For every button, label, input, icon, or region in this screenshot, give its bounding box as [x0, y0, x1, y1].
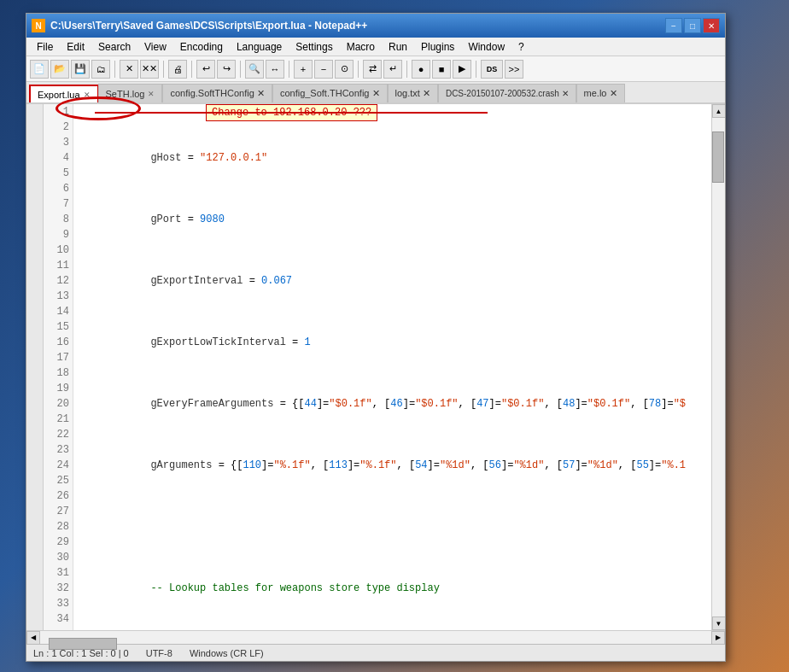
- close-button[interactable]: ✕: [120, 60, 138, 79]
- menu-view[interactable]: View: [137, 39, 173, 55]
- line-num-29: 29: [44, 535, 73, 550]
- menu-plugins[interactable]: Plugins: [414, 39, 461, 55]
- app-icon: N: [32, 19, 45, 32]
- code-line-6: gArguments = {[110]="%.1f", [113]="%.1f"…: [77, 458, 708, 473]
- macro-play-button[interactable]: ▶: [453, 60, 471, 79]
- save-button[interactable]: 💾: [71, 60, 90, 79]
- line-num-31: 31: [44, 565, 73, 581]
- tab-label-export: Export.lua: [38, 90, 80, 100]
- line-num-27: 27: [44, 504, 73, 519]
- undo-button[interactable]: ↩: [196, 60, 215, 79]
- zoom-reset-button[interactable]: ⊙: [335, 60, 354, 79]
- tab-crash[interactable]: DCS-20150107-200532.crash ✕: [438, 84, 576, 102]
- line-num-23: 23: [44, 442, 73, 458]
- print-button[interactable]: 🖨: [168, 60, 187, 79]
- h-scroll-thumb[interactable]: [49, 638, 117, 650]
- line-num-10: 10: [44, 243, 73, 258]
- maximize-button[interactable]: □: [684, 18, 701, 33]
- find-replace-button[interactable]: ↔: [266, 60, 284, 79]
- vertical-scrollbar[interactable]: ▲ ▼: [711, 104, 725, 630]
- menu-search[interactable]: Search: [91, 39, 137, 55]
- menu-run[interactable]: Run: [382, 39, 414, 55]
- save-all-button[interactable]: 🗂: [91, 60, 110, 79]
- macro-record-button[interactable]: ●: [412, 60, 430, 79]
- redo-button[interactable]: ↪: [217, 60, 236, 79]
- open-button[interactable]: 📂: [50, 60, 69, 79]
- tab-label-seth: SeTH.log: [106, 89, 145, 99]
- toolbar-sep-7: [406, 61, 407, 78]
- toolbar-sep-1: [114, 61, 115, 78]
- line-num-15: 15: [44, 319, 73, 335]
- line-num-11: 11: [44, 258, 73, 273]
- scroll-left-button[interactable]: ◀: [26, 631, 40, 645]
- code-line-5: gEveryFrameArguments = {[44]="$0.1f", [4…: [77, 396, 708, 412]
- menu-edit[interactable]: Edit: [60, 39, 91, 55]
- close-button[interactable]: ✕: [703, 18, 720, 33]
- extend-button[interactable]: >>: [505, 60, 523, 79]
- menu-help[interactable]: ?: [511, 39, 531, 55]
- line-num-7: 7: [44, 196, 73, 212]
- code-line-1: gHost = "127.0.0.1": [77, 150, 708, 166]
- line-num-22: 22: [44, 427, 73, 442]
- word-wrap-button[interactable]: ↵: [383, 60, 402, 79]
- menu-bar: File Edit Search View Encoding Language …: [26, 38, 725, 56]
- scroll-thumb[interactable]: [712, 131, 724, 183]
- scroll-track[interactable]: [712, 118, 725, 616]
- main-window: N C:\Users\Terry\Saved Games\DCS\Scripts…: [26, 13, 726, 662]
- scroll-right-button[interactable]: ▶: [711, 631, 725, 645]
- find-button[interactable]: 🔍: [245, 60, 264, 79]
- tab-close-seth[interactable]: ✕: [148, 90, 155, 98]
- line-num-6: 6: [44, 181, 73, 196]
- line-num-18: 18: [44, 365, 73, 381]
- title-buttons: − □ ✕: [665, 18, 720, 33]
- tab-export-lua[interactable]: Export.lua ✕: [30, 85, 98, 104]
- scroll-down-button[interactable]: ▼: [712, 616, 726, 630]
- minimize-button[interactable]: −: [665, 18, 682, 33]
- ds-button[interactable]: DS: [481, 60, 503, 79]
- sync-button[interactable]: ⇄: [363, 60, 382, 79]
- toolbar-sep-3: [191, 61, 192, 78]
- code-line-4: gExportLowTickInterval = 1: [77, 335, 708, 350]
- code-content[interactable]: gHost = "127.0.0.1" gPort = 9080 gExport…: [73, 104, 711, 630]
- line-num-13: 13: [44, 289, 73, 304]
- line-num-19: 19: [44, 381, 73, 396]
- tab-log[interactable]: log.txt ✕: [388, 84, 438, 102]
- line-num-33: 33: [44, 596, 73, 611]
- line-num-28: 28: [44, 519, 73, 535]
- scroll-up-button[interactable]: ▲: [712, 104, 726, 118]
- macro-stop-button[interactable]: ■: [432, 60, 451, 79]
- tab-label-crash: DCS-20150107-200532.crash ✕: [446, 89, 569, 98]
- line-num-14: 14: [44, 304, 73, 319]
- title-bar: N C:\Users\Terry\Saved Games\DCS\Scripts…: [26, 14, 725, 38]
- tab-config1[interactable]: config.SoftTHConfig ✕: [162, 84, 272, 102]
- content-area: 1 2 3 4 5 6 7 8 9 10 11 12 13 14 15 16 1…: [26, 104, 725, 630]
- tab-label-config1: config.SoftTHConfig ✕: [170, 88, 265, 99]
- new-button[interactable]: 📄: [30, 60, 49, 79]
- menu-settings[interactable]: Settings: [289, 39, 339, 55]
- toolbar-sep-4: [240, 61, 241, 78]
- line-num-3: 3: [44, 135, 73, 150]
- tab-seth-log[interactable]: SeTH.log ✕: [98, 84, 163, 102]
- menu-file[interactable]: File: [30, 39, 60, 55]
- red-underline-annotation: [95, 112, 488, 114]
- line-num-30: 30: [44, 550, 73, 565]
- tab-melo[interactable]: me.lo ✕: [576, 84, 625, 102]
- line-num-24: 24: [44, 458, 73, 473]
- horizontal-scrollbar[interactable]: ◀ ▶: [26, 630, 725, 644]
- tab-close-export[interactable]: ✕: [84, 91, 91, 99]
- line-num-34: 34: [44, 611, 73, 627]
- status-line-ending: Windows (CR LF): [190, 648, 264, 658]
- line-num-5: 5: [44, 166, 73, 181]
- code-gHost: gHost: [150, 150, 181, 166]
- line-num-12: 12: [44, 273, 73, 289]
- close-all-button[interactable]: ✕✕: [140, 60, 159, 79]
- menu-window[interactable]: Window: [461, 39, 511, 55]
- zoom-out-button[interactable]: −: [314, 60, 333, 79]
- code-display[interactable]: Change to 192.168.0.20 ??? gHost = "127.…: [73, 104, 711, 630]
- zoom-in-button[interactable]: +: [294, 60, 313, 79]
- menu-encoding[interactable]: Encoding: [173, 39, 230, 55]
- tab-config2[interactable]: config_Soft.THConfig ✕: [272, 84, 388, 102]
- menu-language[interactable]: Language: [230, 39, 289, 55]
- menu-macro[interactable]: Macro: [340, 39, 382, 55]
- code-line-3: gExportInterval = 0.067: [77, 273, 708, 289]
